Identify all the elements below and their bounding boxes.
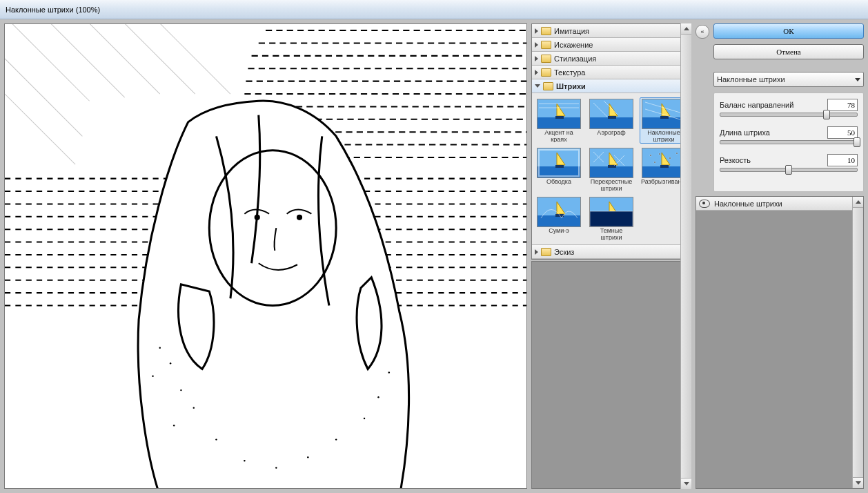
scroll-down-button[interactable] (681, 478, 691, 489)
filter-thumb[interactable]: Суми-э (535, 195, 583, 242)
scroll-up-button[interactable] (681, 23, 691, 35)
folder-icon (541, 55, 551, 63)
filter-thumb-label: Обводка (536, 179, 582, 191)
filter-select[interactable]: Наклонные штрихи (713, 72, 864, 87)
slider-knob[interactable] (785, 165, 792, 175)
parameters-panel: Баланс направлений Длина штриха Резкость (713, 93, 864, 192)
action-row: « ОК Отмена Наклонные штрихи Баланс напр… (696, 23, 864, 192)
category-sketch[interactable]: Эскиз (532, 245, 691, 259)
folder-icon (541, 27, 551, 35)
filter-thumb[interactable]: Аэрограф (587, 97, 635, 144)
svg-point-43 (335, 438, 337, 440)
filter-thumb[interactable]: Обводка (535, 146, 583, 193)
preview-pane[interactable] (4, 23, 527, 489)
svg-point-44 (364, 418, 365, 419)
filter-thumb-label: Перекрестные штрихи (589, 179, 634, 191)
svg-point-37 (193, 407, 195, 408)
filter-thumb-label: Темные штрихи (589, 228, 634, 240)
svg-rect-54 (590, 117, 633, 128)
svg-point-33 (159, 347, 161, 349)
svg-rect-79 (642, 166, 685, 177)
settings-pane: « ОК Отмена Наклонные штрихи Баланс напр… (696, 23, 864, 489)
param-value-input[interactable] (827, 99, 858, 111)
preview-canvas (5, 24, 526, 488)
svg-rect-73 (608, 165, 616, 168)
svg-point-32 (297, 215, 302, 220)
svg-point-86 (654, 162, 655, 163)
svg-point-41 (275, 467, 277, 468)
layers-scrollbar[interactable] (852, 197, 863, 488)
param-slider[interactable] (720, 168, 858, 172)
content-area: Имитация Искажение Стилизация Текстура (0, 19, 868, 493)
category-label: Текстура (554, 68, 585, 77)
category-texture[interactable]: Текстура (532, 66, 691, 79)
chevron-right-icon (535, 56, 538, 61)
category-label: Стилизация (554, 55, 596, 63)
svg-point-30 (209, 151, 336, 306)
filter-thumb[interactable]: Акцент на краях (535, 97, 583, 144)
param-slider[interactable] (720, 140, 858, 144)
param-value-input[interactable] (827, 154, 858, 166)
folder-icon (541, 41, 551, 49)
svg-point-31 (255, 215, 259, 220)
filter-gallery: Имитация Искажение Стилизация Текстура (531, 23, 691, 489)
gallery-empty-area (531, 261, 691, 489)
svg-point-46 (388, 371, 390, 373)
svg-point-36 (180, 389, 181, 391)
chevron-up-icon (684, 27, 689, 30)
chevron-up-icon (856, 200, 861, 204)
chevron-down-icon (535, 84, 540, 88)
chevron-right-icon (535, 42, 538, 48)
category-stylize[interactable]: Стилизация (532, 52, 691, 66)
chevron-right-icon (535, 28, 538, 34)
filter-thumb-label: Аэрограф (589, 130, 634, 142)
filter-thumb[interactable]: Темные штрихи (587, 195, 635, 242)
svg-rect-48 (537, 117, 580, 128)
slider-knob[interactable] (854, 137, 860, 147)
category-imitation[interactable]: Имитация (532, 24, 691, 38)
svg-point-39 (215, 438, 217, 440)
category-label: Искажение (554, 41, 593, 49)
eye-icon[interactable] (699, 200, 710, 208)
category-distort[interactable]: Искажение (532, 38, 691, 52)
param-row: Баланс направлений (720, 99, 858, 117)
svg-rect-81 (660, 165, 669, 168)
svg-point-40 (244, 460, 245, 461)
param-label: Баланс направлений (720, 101, 793, 109)
scroll-down-button[interactable] (853, 477, 863, 488)
filter-thumb-label: Акцент на краях (536, 130, 582, 142)
filter-thumbnails: Акцент на краях Аэрограф Наклонные штрих… (532, 93, 691, 245)
param-slider[interactable] (720, 113, 858, 117)
slider-knob[interactable] (823, 110, 830, 119)
filter-thumb-label: Суми-э (536, 228, 582, 240)
svg-rect-62 (660, 116, 669, 119)
param-row: Длина штриха (720, 126, 858, 144)
chevron-down-icon (684, 482, 689, 485)
scroll-up-button[interactable] (853, 197, 863, 208)
svg-rect-95 (590, 211, 633, 226)
filter-thumb[interactable]: Перекрестные штрихи (587, 146, 635, 193)
title-bar: Наклонные штрихи (100%) (0, 0, 868, 19)
ok-button[interactable]: ОК (713, 23, 864, 39)
svg-point-35 (152, 375, 153, 376)
filter-category-list[interactable]: Имитация Искажение Стилизация Текстура (531, 23, 691, 260)
effect-layers-panel: Наклонные штрихи (696, 196, 864, 489)
svg-rect-68 (555, 165, 564, 168)
param-label: Резкость (720, 156, 751, 164)
category-strokes[interactable]: Штрихи (532, 79, 691, 93)
gallery-scrollbar[interactable] (680, 23, 691, 489)
cancel-button[interactable]: Отмена (713, 44, 864, 59)
chevron-down-icon (856, 481, 861, 485)
svg-rect-71 (590, 166, 633, 177)
svg-point-38 (173, 425, 175, 426)
svg-rect-88 (537, 215, 580, 226)
chevron-right-icon (535, 249, 538, 255)
category-label: Штрихи (556, 82, 586, 90)
collapse-toggle[interactable]: « (696, 25, 709, 39)
svg-point-82 (650, 155, 651, 156)
chevron-right-icon (535, 70, 538, 75)
effect-layer-row[interactable]: Наклонные штрихи (696, 197, 863, 211)
param-value-input[interactable] (827, 126, 858, 139)
category-label: Имитация (554, 27, 589, 35)
svg-point-45 (377, 396, 379, 398)
